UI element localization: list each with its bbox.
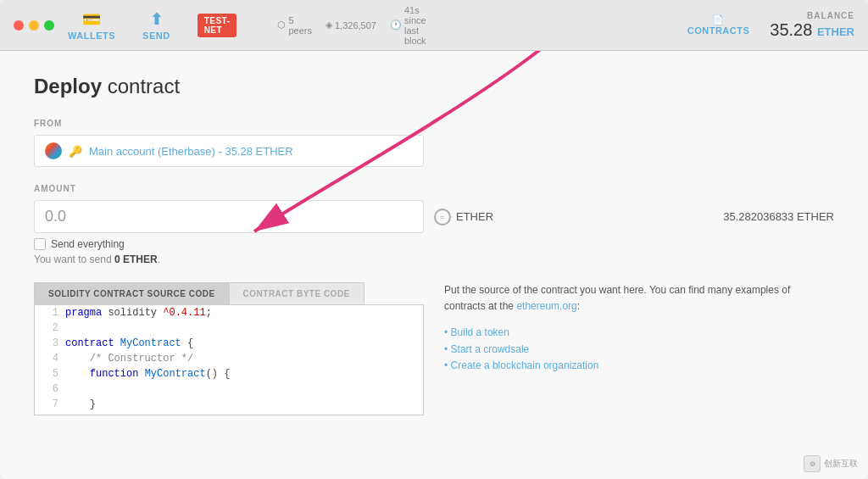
code-line-3: 3 contract MyContract { (35, 336, 423, 351)
info-description: Put the source of the contract you want … (444, 282, 827, 315)
amount-input[interactable] (34, 200, 424, 233)
send-label: SEND (142, 31, 170, 41)
peers-info: ⬡ 5 peers (277, 15, 312, 36)
watermark-logo: ⚙ (804, 455, 821, 472)
ethereum-link[interactable]: ethereum.org (516, 300, 576, 312)
code-line-1: 1 pragma solidity ^0.4.11; (35, 305, 423, 320)
info-link-2: Start a crowdsale (444, 342, 827, 358)
code-tab-solidity[interactable]: SOLIDITY CONTRACT SOURCE CODE (34, 282, 230, 304)
amount-label: AMOUNT (34, 184, 834, 193)
watermark-text: 创新互联 (824, 458, 858, 470)
balance-amount: 35.28 ETHER (770, 20, 854, 40)
balance-label: BALANCE (770, 11, 854, 20)
contracts-icon: 📄 (712, 14, 725, 25)
block-icon: ◈ (326, 19, 332, 31)
maximize-button[interactable] (44, 20, 54, 31)
account-avatar (45, 142, 62, 159)
from-field[interactable]: 🔑 Main account (Etherbase) - 35.28 ETHER (34, 135, 424, 167)
amount-row: = ETHER 35.282036833 ETHER (34, 200, 834, 233)
network-badge: TEST-NET (198, 14, 237, 37)
code-line-5: 5 function MyContract() { (35, 366, 423, 382)
nav-tabs: 💳 WALLETS ⬆ SEND TEST-NET ⬡ 5 peers ◈ 1,… (68, 5, 426, 46)
code-line-2: 2 (35, 320, 423, 336)
page-title: Deploy contract (34, 75, 834, 98)
send-everything-checkbox[interactable] (34, 238, 46, 250)
blockchain-org-link[interactable]: Create a blockchain organization (451, 359, 599, 371)
balance-display: 35.282036833 ETHER (723, 210, 834, 223)
code-tabs: SOLIDITY CONTRACT SOURCE CODE CONTRACT B… (34, 282, 424, 305)
info-link-1: Build a token (444, 325, 827, 341)
code-line-6: 6 (35, 382, 423, 397)
build-token-link[interactable]: Build a token (451, 326, 509, 338)
block-info: ◈ 1,326,507 (326, 19, 376, 31)
info-panel: Put the source of the contract you want … (437, 282, 834, 415)
account-name: Main account (Etherbase) - 35.28 ETHER (89, 145, 293, 158)
currency-icon: = (434, 209, 451, 226)
currency-selector[interactable]: = ETHER (434, 209, 493, 226)
watermark: ⚙ 创新互联 (804, 455, 858, 472)
main-content: Deploy contract FROM 🔑 Main account (Eth… (0, 51, 868, 479)
amount-section: AMOUNT = ETHER 35.282036833 ETHER Send e… (34, 184, 834, 265)
contracts-label: CONTRACTS (687, 25, 750, 36)
send-everything-row: Send everything (34, 238, 834, 250)
block-value: 1,326,507 (335, 20, 376, 31)
peers-value: 5 peers (288, 15, 312, 36)
nav-tab-contracts[interactable]: 📄 CONTRACTS (687, 14, 750, 36)
currency-label: ETHER (456, 210, 493, 223)
send-icon: ⬆ (150, 10, 164, 29)
nav-tab-wallets[interactable]: 💳 WALLETS (68, 10, 115, 41)
code-line-8: 8 } (35, 412, 423, 415)
code-editor[interactable]: 1 pragma solidity ^0.4.11; 2 3 contract … (34, 305, 424, 415)
network-info: ⬡ 5 peers ◈ 1,326,507 🕐 41s since last b… (277, 5, 426, 46)
watermark-icon: ⚙ (810, 460, 815, 468)
titlebar: 💳 WALLETS ⬆ SEND TEST-NET ⬡ 5 peers ◈ 1,… (0, 0, 868, 51)
info-link-3: Create a blockchain organization (444, 358, 827, 374)
from-label: FROM (34, 119, 834, 128)
minimize-button[interactable] (29, 20, 39, 31)
info-links-list: Build a token Start a crowdsale Create a… (444, 325, 827, 374)
since-block-info: 🕐 41s since last block (390, 5, 426, 46)
since-block-value: 41s since last block (404, 5, 426, 46)
code-section: SOLIDITY CONTRACT SOURCE CODE CONTRACT B… (34, 282, 834, 415)
window-controls (14, 20, 54, 31)
code-line-4: 4 /* Constructor */ (35, 351, 423, 366)
crowdsale-link[interactable]: Start a crowdsale (451, 343, 530, 355)
wallets-label: WALLETS (68, 31, 115, 41)
balance-currency: ETHER (817, 25, 854, 38)
balance-section: BALANCE 35.28 ETHER (770, 11, 854, 40)
wallets-icon: 💳 (82, 10, 102, 29)
clock-icon: 🕐 (390, 19, 402, 31)
key-icon: 🔑 (69, 145, 82, 158)
send-everything-label: Send everything (51, 238, 125, 250)
code-panel: SOLIDITY CONTRACT SOURCE CODE CONTRACT B… (34, 282, 424, 415)
close-button[interactable] (14, 20, 24, 31)
code-tab-bytecode[interactable]: CONTRACT BYTE CODE (230, 282, 364, 304)
nav-tab-send[interactable]: ⬆ SEND (142, 10, 170, 41)
send-info: You want to send 0 ETHER. (34, 253, 834, 265)
balance-value: 35.28 (770, 20, 812, 39)
code-line-7: 7 } (35, 397, 423, 412)
peers-icon: ⬡ (277, 19, 286, 31)
